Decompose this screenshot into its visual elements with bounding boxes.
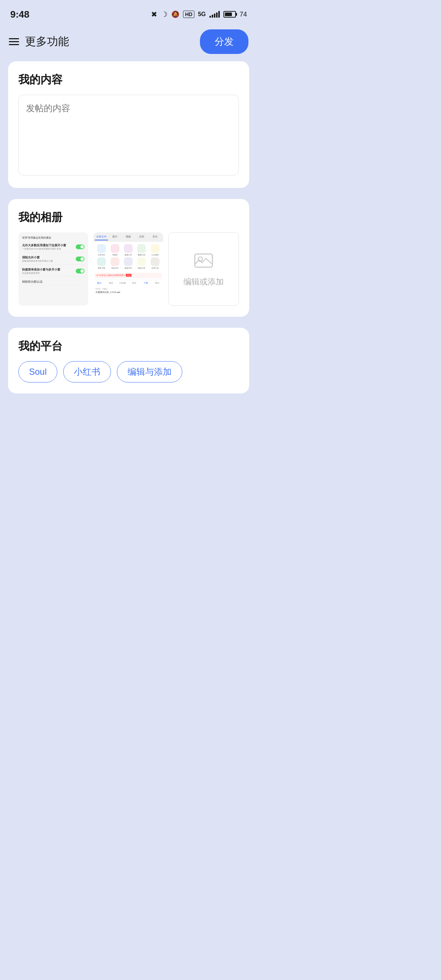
album-thumb-2[interactable]: 全部文件 图片 视频 文档 音乐 分享社区 AI换肤 <box>93 232 163 306</box>
image-placeholder-icon <box>194 251 213 273</box>
my-content-card: 我的内容 <box>8 61 249 188</box>
status-icons: ✖ ☽ 🔕 HD 5G 74 <box>151 10 247 19</box>
platform-tags: Soul 小红书 编辑与添加 <box>18 361 239 382</box>
battery-text: 74 <box>240 11 247 18</box>
battery-icon <box>224 11 236 18</box>
hd-badge: HD <box>183 11 194 18</box>
mute-icon: 🔕 <box>171 10 179 18</box>
bluetooth-icon: ✖ <box>151 10 157 19</box>
nav-left: 更多功能 <box>9 34 69 49</box>
my-content-title: 我的内容 <box>18 72 239 88</box>
hamburger-icon[interactable] <box>9 38 19 45</box>
page-title: 更多功能 <box>25 34 69 49</box>
my-album-card: 我的相册 管理"管理服边应用的通知 允许大多数应用通知下拉展开小窗 一些通过Mi… <box>8 199 249 317</box>
status-bar: 9:48 ✖ ☽ 🔕 HD 5G 74 <box>0 0 257 26</box>
platform-tag-xiaohongshu[interactable]: 小红书 <box>63 361 111 382</box>
status-time: 9:48 <box>10 9 29 20</box>
my-album-title: 我的相册 <box>18 210 239 225</box>
my-platform-card: 我的平台 Soul 小红书 编辑与添加 <box>8 328 249 393</box>
publish-button[interactable]: 分发 <box>200 29 248 54</box>
platform-tag-soul[interactable]: Soul <box>18 361 58 382</box>
album-thumb-1[interactable]: 管理"管理服边应用的通知 允许大多数应用通知下拉展开小窗 一些通过Mi Push… <box>18 232 88 306</box>
my-platform-title: 我的平台 <box>18 339 239 354</box>
album-grid: 管理"管理服边应用的通知 允许大多数应用通知下拉展开小窗 一些通过Mi Push… <box>18 232 239 306</box>
content-textarea[interactable] <box>18 95 239 175</box>
album-add-placeholder[interactable]: 编辑或添加 <box>168 232 239 306</box>
platform-tag-add[interactable]: 编辑与添加 <box>117 361 182 382</box>
network-badge: 5G <box>198 11 206 18</box>
edit-or-add-label: 编辑或添加 <box>184 276 224 287</box>
signal-icon <box>209 11 220 18</box>
moon-icon: ☽ <box>161 10 168 19</box>
top-nav: 更多功能 分发 <box>0 26 257 61</box>
